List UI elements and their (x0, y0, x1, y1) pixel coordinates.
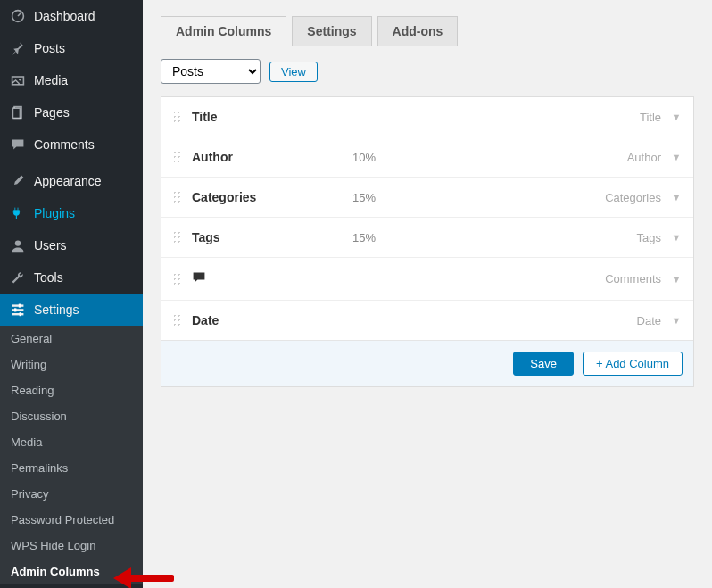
comments-icon (9, 136, 27, 153)
sidebar-item-comments[interactable]: Comments (0, 128, 143, 161)
chevron-down-icon[interactable]: ▼ (670, 112, 683, 122)
submenu-item-privacy[interactable]: Privacy (0, 481, 143, 507)
admin-sidebar: DashboardPostsMediaPagesComments Appeara… (0, 0, 143, 588)
drag-handle-icon[interactable] (172, 313, 181, 327)
brush-icon (9, 172, 27, 190)
drag-handle-icon[interactable] (172, 150, 181, 164)
column-row[interactable]: Categories15%Categories▼ (161, 178, 693, 218)
submenu-item-discussion[interactable]: Discussion (0, 403, 143, 429)
chevron-down-icon[interactable]: ▼ (670, 232, 683, 243)
view-button[interactable]: View (269, 62, 318, 82)
sidebar-item-media[interactable]: Media (0, 64, 143, 96)
submenu-item-media[interactable]: Media (0, 429, 143, 455)
drag-handle-icon[interactable] (172, 110, 181, 124)
sliders-icon (9, 301, 27, 319)
sidebar-item-label: Settings (34, 302, 79, 317)
columns-panel: TitleTitle▼Author10%Author▼Categories15%… (161, 96, 694, 387)
column-type: Categories (605, 191, 661, 204)
sidebar-item-users[interactable]: Users (0, 229, 143, 261)
submenu-item-reading[interactable]: Reading (0, 377, 143, 403)
submenu-item-password-protected[interactable]: Password Protected (0, 507, 143, 533)
tab-admin-columns[interactable]: Admin Columns (161, 16, 286, 46)
column-type: Comments (605, 272, 661, 286)
tab-settings[interactable]: Settings (292, 16, 371, 46)
sidebar-item-label: Media (34, 73, 68, 87)
controls-row: Posts View (161, 59, 694, 84)
submenu-item-admin-columns[interactable]: Admin Columns (0, 559, 143, 584)
column-type: Date (637, 314, 661, 327)
svg-rect-8 (12, 309, 24, 311)
comment-icon (192, 270, 352, 287)
svg-point-6 (15, 240, 21, 245)
sidebar-item-label: Pages (34, 105, 70, 120)
user-icon (9, 236, 27, 254)
column-width: 15% (352, 231, 637, 244)
sidebar-item-label: Dashboard (34, 9, 95, 23)
sidebar-item-tools[interactable]: Tools (0, 261, 143, 294)
column-name: Date (192, 313, 352, 327)
column-row[interactable]: Tags15%Tags▼ (161, 218, 693, 258)
sidebar-item-label: Posts (34, 41, 65, 55)
sidebar-item-label: Users (34, 238, 67, 253)
svg-rect-11 (14, 308, 16, 311)
svg-rect-5 (12, 108, 20, 118)
media-icon (9, 71, 27, 89)
page-icon (9, 104, 27, 121)
sidebar-item-label: Comments (34, 137, 95, 152)
drag-handle-icon[interactable] (172, 190, 181, 204)
chevron-down-icon[interactable]: ▼ (670, 315, 683, 326)
main-content: Admin ColumnsSettingsAdd-ons Posts View … (143, 0, 712, 405)
submenu-item-general[interactable]: General (0, 326, 143, 352)
save-button[interactable]: Save (513, 352, 574, 376)
column-name: Categories (192, 190, 352, 204)
drag-handle-icon[interactable] (172, 230, 181, 244)
submenu-item-permalinks[interactable]: Permalinks (0, 455, 143, 481)
sidebar-item-posts[interactable]: Posts (0, 32, 143, 64)
svg-rect-7 (12, 304, 24, 306)
column-name: Tags (192, 230, 352, 244)
panel-footer: Save + Add Column (161, 340, 693, 386)
column-row[interactable]: Comments▼ (161, 258, 693, 301)
svg-rect-12 (20, 312, 21, 316)
column-width: 15% (352, 191, 605, 204)
chevron-down-icon[interactable]: ▼ (670, 274, 683, 285)
column-row[interactable]: DateDate▼ (161, 301, 693, 340)
sidebar-item-label: Appearance (34, 174, 102, 188)
submenu-item-wps-hide-login[interactable]: WPS Hide Login (0, 533, 143, 559)
column-type: Tags (637, 231, 661, 244)
dashboard-icon (9, 7, 27, 25)
plug-icon (9, 204, 27, 222)
sidebar-item-pages[interactable]: Pages (0, 96, 143, 128)
column-width: 10% (352, 151, 627, 164)
column-row[interactable]: Author10%Author▼ (161, 137, 693, 178)
svg-point-3 (19, 79, 21, 80)
svg-rect-10 (19, 304, 21, 308)
chevron-down-icon[interactable]: ▼ (670, 152, 683, 162)
sidebar-item-dashboard[interactable]: Dashboard (0, 0, 143, 32)
submenu-item-writing[interactable]: Writing (0, 352, 143, 377)
svg-rect-9 (12, 313, 24, 315)
chevron-down-icon[interactable]: ▼ (670, 192, 683, 203)
add-column-button[interactable]: + Add Column (583, 352, 683, 376)
column-type: Author (627, 151, 661, 164)
sidebar-item-plugins[interactable]: Plugins (0, 197, 143, 229)
sidebar-item-label: Tools (34, 270, 63, 285)
sidebar-item-settings[interactable]: Settings (0, 294, 143, 326)
wrench-icon (9, 269, 27, 286)
tab-add-ons[interactable]: Add-ons (377, 16, 459, 46)
column-row[interactable]: TitleTitle▼ (161, 97, 693, 137)
post-type-select[interactable]: Posts (161, 59, 261, 84)
column-name: Title (192, 110, 352, 124)
pin-icon (9, 39, 27, 57)
settings-submenu: GeneralWritingReadingDiscussionMediaPerm… (0, 326, 143, 584)
column-name: Author (192, 150, 352, 164)
drag-handle-icon[interactable] (172, 272, 181, 286)
sidebar-item-label: Plugins (34, 206, 75, 220)
tab-row: Admin ColumnsSettingsAdd-ons (161, 9, 694, 46)
svg-line-1 (18, 13, 21, 16)
column-type: Title (640, 111, 661, 124)
sidebar-item-appearance[interactable]: Appearance (0, 165, 143, 197)
